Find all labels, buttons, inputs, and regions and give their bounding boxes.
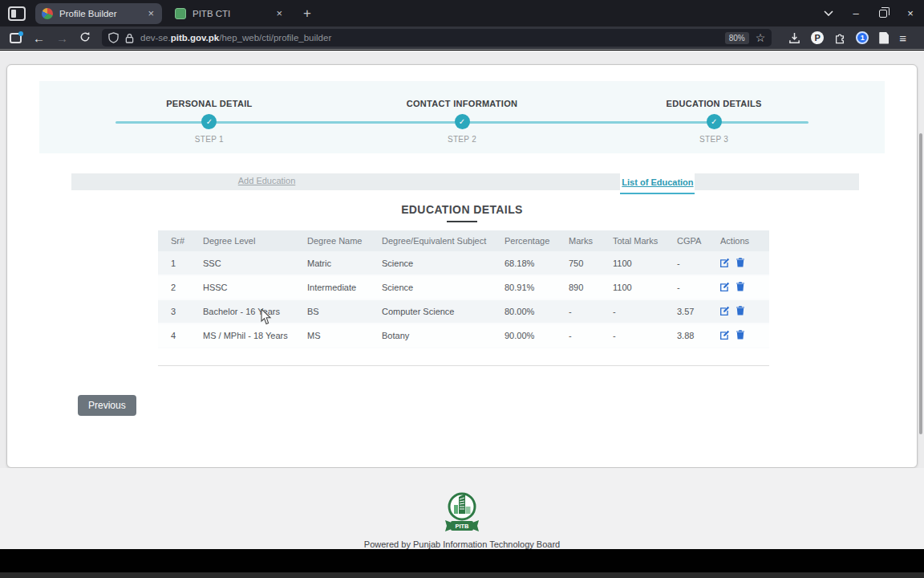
cell-total-marks: 1100 [600, 251, 664, 275]
profile-builder-favicon-icon [42, 8, 53, 19]
cell-actions [707, 324, 769, 348]
pitb-cti-favicon-icon [175, 8, 186, 19]
edit-icon[interactable] [720, 258, 730, 269]
browser-tab-pitb-cti[interactable]: PITB CTI × [168, 3, 290, 24]
cell-degree-level: SSC [190, 251, 294, 275]
step-label: STEP 3 [626, 135, 802, 144]
delete-icon[interactable] [736, 330, 744, 341]
mouse-cursor [261, 309, 273, 329]
cell-percentage: 80.00% [492, 299, 556, 324]
restore-icon [879, 10, 887, 18]
table-row: 2 HSSC Intermediate Science 80.91% 890 1… [158, 275, 769, 299]
education-table: Sr# Degree Level Degree Name Degree/Equi… [158, 230, 769, 366]
edit-icon[interactable] [720, 282, 730, 293]
cell-subject: Computer Science [369, 299, 492, 324]
download-icon[interactable] [788, 32, 800, 44]
step-label: STEP 2 [374, 135, 550, 144]
address-bar[interactable]: dev-se.pitb.gov.pk/hep_web/cti/profile_b… [102, 29, 772, 47]
cell-degree-level: MS / MPhil - 18 Years [190, 324, 294, 348]
cell-cgpa: - [664, 251, 707, 275]
delete-icon[interactable] [736, 258, 744, 269]
cell-percentage: 68.18% [492, 251, 556, 275]
workspace-icon[interactable] [10, 33, 22, 43]
bookmark-star-icon[interactable]: ☆ [756, 31, 766, 44]
pitb-logo: PITB [444, 490, 480, 535]
cell-sr: 3 [158, 299, 190, 324]
shield-icon[interactable] [108, 32, 119, 43]
col-header: Marks [556, 230, 600, 251]
profile-builder-card: PERSONAL DETAIL ✓ STEP 1 CONTACT INFORMA… [6, 64, 918, 468]
cell-sr: 4 [158, 324, 190, 348]
cell-degree-name: MS [294, 324, 369, 348]
close-tab-icon[interactable]: × [146, 8, 156, 18]
step-contact-information[interactable]: CONTACT INFORMATION ✓ STEP 2 [374, 81, 550, 144]
cell-actions [707, 251, 769, 275]
col-header: Degree/Equivalent Subject [369, 230, 492, 251]
password-manager-icon[interactable]: 1 [856, 31, 869, 44]
tab-list-of-education[interactable]: List of Education [620, 169, 695, 194]
cell-degree-name: BS [294, 299, 369, 324]
table-bottom-spacer [158, 348, 769, 365]
cell-degree-name: Matric [294, 251, 369, 275]
tab-label: List of Education [622, 177, 693, 187]
tab-actions-icon[interactable] [8, 6, 26, 21]
tab-add-education[interactable]: Add Education [238, 176, 296, 185]
table-row: 1 SSC Matric Science 68.18% 750 1100 - [158, 251, 769, 275]
step-check-icon: ✓ [201, 114, 217, 129]
cell-percentage: 80.91% [492, 275, 556, 299]
col-header: Sr# [158, 230, 190, 251]
url-text[interactable]: dev-se.pitb.gov.pk/hep_web/cti/profile_b… [140, 33, 725, 43]
col-header: Degree Level [190, 230, 294, 251]
previous-button[interactable]: Previous [78, 395, 136, 416]
step-title: EDUCATION DETAILS [626, 99, 802, 108]
page-footer: PITB Powered by Punjab Information Techn… [0, 468, 924, 550]
step-check-icon: ✓ [707, 114, 722, 129]
zoom-level-badge[interactable]: 80% [725, 32, 749, 44]
close-window-button[interactable]: × [897, 0, 924, 26]
page-scrollbar[interactable] [919, 133, 922, 434]
cell-percentage: 90.00% [492, 324, 556, 348]
cell-degree-level: Bachelor - 16 Years [190, 299, 294, 324]
page-document-icon[interactable] [879, 32, 889, 44]
table-row: 4 MS / MPhil - 18 Years MS Botany 90.00%… [158, 324, 769, 348]
cell-total-marks: 1100 [600, 275, 664, 299]
bottom-black-bar [0, 549, 924, 572]
cell-degree-level: HSSC [190, 275, 294, 299]
browser-tab-profile-builder[interactable]: Profile Builder × [35, 3, 162, 24]
col-header: Degree Name [294, 230, 369, 251]
forward-button: → [56, 32, 68, 44]
step-check-icon: ✓ [455, 114, 470, 129]
col-header: CGPA [664, 230, 707, 251]
cell-total-marks: - [600, 299, 664, 324]
restore-button[interactable] [869, 0, 897, 26]
section-title: EDUCATION DETAILS [7, 203, 917, 216]
edit-icon[interactable] [720, 306, 730, 317]
step-title: CONTACT INFORMATION [374, 99, 550, 108]
stepper: PERSONAL DETAIL ✓ STEP 1 CONTACT INFORMA… [39, 81, 885, 153]
menu-icon[interactable]: ≡ [899, 31, 906, 45]
table-row: 3 Bachelor - 16 Years BS Computer Scienc… [158, 299, 769, 324]
step-personal-detail[interactable]: PERSONAL DETAIL ✓ STEP 1 [121, 81, 298, 144]
delete-icon[interactable] [736, 306, 744, 317]
cell-marks: - [556, 299, 600, 324]
step-label: STEP 1 [121, 135, 298, 144]
browser-toolbar: ← → dev-se.pitb.gov.pk/hep_web/cti/profi… [0, 26, 924, 50]
reload-button[interactable] [79, 31, 91, 44]
col-header: Total Marks [600, 230, 664, 251]
delete-icon[interactable] [736, 282, 744, 293]
tab-title: Profile Builder [59, 9, 146, 18]
cell-total-marks: - [600, 324, 664, 348]
back-button[interactable]: ← [33, 32, 45, 44]
new-tab-button[interactable]: + [303, 6, 311, 22]
cell-actions [707, 299, 769, 324]
profile-avatar[interactable]: P [811, 31, 824, 44]
extension-icon[interactable] [834, 32, 845, 44]
chevron-down-icon[interactable] [815, 0, 842, 26]
edit-icon[interactable] [720, 330, 730, 341]
close-tab-icon[interactable]: × [274, 8, 284, 18]
browser-tab-bar: Profile Builder × PITB CTI × + – × [0, 0, 924, 26]
minimize-button[interactable]: – [842, 0, 869, 26]
step-education-details[interactable]: EDUCATION DETAILS ✓ STEP 3 [626, 81, 802, 144]
cell-degree-name: Intermediate [294, 275, 369, 299]
lock-icon[interactable] [125, 33, 134, 43]
